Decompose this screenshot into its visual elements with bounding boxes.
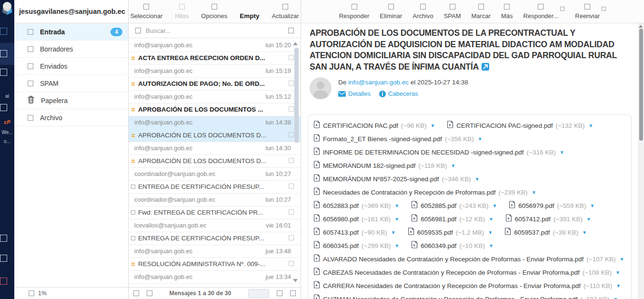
read-responder-button[interactable]: Responder xyxy=(339,4,370,20)
attachment-item[interactable]: 6056980.pdf(~161 KB)▼ xyxy=(314,214,399,224)
message-row[interactable]: info@sanjuan.gob.ecjue 13:48RESOLUCIÓN A… xyxy=(129,245,301,270)
folder-item-archivo[interactable]: Archivo xyxy=(14,109,128,126)
attachment-item[interactable]: 6052883.pdf(~369 KB)▼ xyxy=(314,201,399,210)
read-responder-button[interactable]: Responder... xyxy=(523,4,559,20)
attachment-item[interactable]: 6060345.pdf(~299 KB)▼ xyxy=(314,241,399,250)
read-spam-button[interactable]: SPAM xyxy=(444,4,461,20)
message-flag-icon[interactable] xyxy=(289,209,294,215)
attachment-dropdown-icon[interactable]: ▼ xyxy=(430,123,435,128)
search-input[interactable] xyxy=(146,27,283,34)
folder-item-entrada[interactable]: Entrada4 xyxy=(14,23,128,41)
attachment-dropdown-icon[interactable]: ▼ xyxy=(478,136,483,142)
search-bar[interactable] xyxy=(129,23,301,38)
attachment-dropdown-icon[interactable]: ▼ xyxy=(391,230,396,235)
attachment-item[interactable]: CERTIFICACION PAC-signed.pdf(~132 KB)▼ xyxy=(447,121,593,130)
attachment-dropdown-icon[interactable]: ▼ xyxy=(394,217,399,222)
attachment-dropdown-icon[interactable]: ▼ xyxy=(560,150,564,155)
search-options-icon[interactable] xyxy=(288,28,294,33)
attachment-item[interactable]: Necesidades de Contratación y Recepción … xyxy=(314,187,536,197)
attachment-item[interactable]: 6056979.pdf(~559 KB)▼ xyxy=(509,201,594,210)
message-row[interactable]: lcevallos@sanjuan.gob.ecvie 16:01ENTREGA… xyxy=(129,219,301,245)
page-number-box[interactable] xyxy=(248,289,269,298)
rail-label-home[interactable]: o... xyxy=(0,139,14,144)
folder-item-papelera[interactable]: Papelera xyxy=(14,92,128,109)
headers-link[interactable]: Cabeceras xyxy=(379,90,418,97)
message-row[interactable]: info@sanjuan.gob.eclun 15:20ACTA ENTREGA… xyxy=(129,39,301,64)
read-marcar-button[interactable]: Marcar xyxy=(472,4,491,20)
message-flag-icon[interactable] xyxy=(289,132,294,137)
rail-label-truncated[interactable]: al xyxy=(0,93,14,99)
attachment-item[interactable]: CABEZAS Necesidades de Contratación y Re… xyxy=(314,268,620,277)
list-hilos-button[interactable]: Hilos xyxy=(175,4,189,20)
read-ms-button[interactable]: Más xyxy=(501,4,513,20)
read-eliminar-button[interactable]: Eliminar xyxy=(380,4,402,20)
message-row[interactable]: coordinador@sanjuan.gob.eclun 10:27ENTRE… xyxy=(129,167,301,193)
dropdown-caret-icon[interactable] xyxy=(560,7,564,11)
footer-select-icon[interactable] xyxy=(133,290,139,296)
message-row[interactable]: info@sanjuan.gob.eclun 14:38APROBACIÓN D… xyxy=(129,116,301,142)
list-scroll-up-icon[interactable] xyxy=(293,42,298,45)
attachment-item[interactable]: ALVARADO Necesidades de Contratación y R… xyxy=(314,254,624,264)
attachment-dropdown-icon[interactable]: ▼ xyxy=(615,270,620,275)
cpanel-logo[interactable]: cP xyxy=(0,119,14,125)
list-scroll-down-icon[interactable] xyxy=(293,279,298,282)
read-archivo-button[interactable]: Archivo xyxy=(413,4,433,20)
account-header[interactable]: jesusgavilanes@sanjuan.gob.ec xyxy=(14,0,128,23)
attachment-dropdown-icon[interactable]: ▼ xyxy=(394,243,399,248)
attachment-dropdown-icon[interactable]: ▼ xyxy=(582,230,587,235)
message-row[interactable]: info@sanjuan.gob.eclun 14:30APROBACIÓN D… xyxy=(129,142,301,167)
message-row[interactable]: info@sanjuan.gob.ecjue 13:34 xyxy=(129,270,301,283)
list-actualizar-button[interactable]: Actualizar xyxy=(272,4,299,20)
folder-item-spam[interactable]: SPAM xyxy=(14,75,128,92)
message-flag-icon[interactable] xyxy=(289,184,294,189)
attachment-dropdown-icon[interactable]: ▼ xyxy=(616,283,621,289)
attachment-item[interactable]: MEMORANDUM 182-signed.pdf(~118 KB)▼ xyxy=(314,161,455,170)
folder-item-enviados[interactable]: Enviados xyxy=(14,58,128,75)
sender-email-link[interactable]: info@sanjuan.gob.ec xyxy=(348,79,409,86)
attachment-dropdown-icon[interactable]: ▼ xyxy=(532,190,536,195)
attachment-item[interactable]: 6057412.pdf(~391 KB)▼ xyxy=(506,214,591,224)
message-row[interactable]: info@sanjuan.gob.eclun 15:19AUTORIZACION… xyxy=(129,64,301,90)
attachment-dropdown-icon[interactable]: ▼ xyxy=(492,203,497,208)
read-scroll-up-icon[interactable] xyxy=(639,25,643,28)
attachment-item[interactable]: 6059535.pdf(~1.2 MB)▼ xyxy=(408,227,493,237)
attachment-item[interactable]: 6056981.pdf(~12 KB)▼ xyxy=(412,214,493,224)
attachment-dropdown-icon[interactable]: ▼ xyxy=(394,203,399,208)
attachment-item[interactable]: 6057413.pdf(~90 KB)▼ xyxy=(314,227,396,237)
read-reenviar-button[interactable]: Reenviar xyxy=(575,4,600,20)
search-icon[interactable] xyxy=(135,28,141,33)
attachment-dropdown-icon[interactable]: ▼ xyxy=(489,217,493,222)
footer-next-page-icon[interactable] xyxy=(277,290,282,296)
attachment-dropdown-icon[interactable]: ▼ xyxy=(619,257,624,262)
list-scrollbar[interactable] xyxy=(294,48,299,143)
attachment-dropdown-icon[interactable]: ▼ xyxy=(475,176,480,182)
webmail-logo[interactable] xyxy=(0,1,14,15)
dropdown-caret-icon[interactable] xyxy=(602,7,606,11)
list-seleccionar-button[interactable]: Seleccionar xyxy=(130,4,162,20)
message-flag-icon[interactable] xyxy=(289,158,294,163)
message-flag-icon[interactable] xyxy=(289,235,294,240)
list-opciones-button[interactable]: Opciones xyxy=(201,4,227,20)
open-in-new-window-icon[interactable] xyxy=(482,63,489,71)
attachment-dropdown-icon[interactable]: ▼ xyxy=(589,123,594,128)
attachment-item[interactable]: CARRERA Necesidades de Contratación y Re… xyxy=(314,281,621,290)
attachment-dropdown-icon[interactable]: ▼ xyxy=(586,217,591,222)
attachment-item[interactable]: Formato_2_ET Bienes -signed-signed.pdf(~… xyxy=(314,134,483,144)
message-flag-icon[interactable] xyxy=(289,81,294,86)
attachment-item[interactable]: 6059537.pdf(~38 KB)▼ xyxy=(505,227,587,237)
attachment-item[interactable]: 6052885.pdf(~243 KB)▼ xyxy=(412,201,497,210)
message-flag-icon[interactable] xyxy=(289,106,294,112)
message-flag-icon[interactable] xyxy=(289,55,294,60)
attachment-item[interactable]: MEMORÁNDUM Nº857-2025-signed.pdf(~346 KB… xyxy=(314,174,480,184)
attachment-item[interactable]: CERTIFICACION PAC.pdf(~96 KB)▼ xyxy=(314,121,435,130)
message-row[interactable]: coordinador@sanjuan.gob.eclun 10:27Fwd: … xyxy=(129,193,301,219)
footer-last-page-icon[interactable] xyxy=(290,290,296,296)
message-flag-icon[interactable] xyxy=(289,261,294,266)
attachment-dropdown-icon[interactable]: ▼ xyxy=(489,243,493,248)
attachment-dropdown-icon[interactable]: ▼ xyxy=(488,230,493,235)
attachment-dropdown-icon[interactable]: ▼ xyxy=(590,203,595,208)
attachment-dropdown-icon[interactable]: ▼ xyxy=(451,163,456,168)
folder-item-borradores[interactable]: Borradores xyxy=(14,41,128,58)
list-empty-button[interactable]: Empty xyxy=(240,4,259,20)
rail-label-webmail[interactable]: We... xyxy=(0,130,14,135)
